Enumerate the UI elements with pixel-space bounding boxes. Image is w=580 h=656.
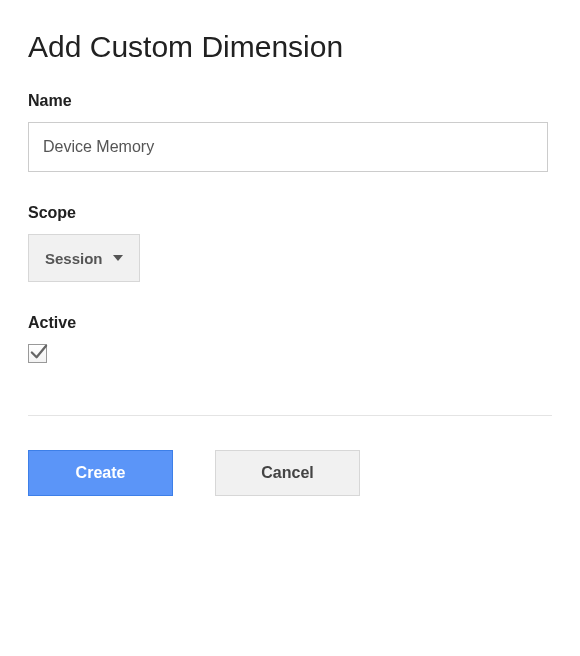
page-title: Add Custom Dimension [28, 30, 552, 64]
scope-field-group: Scope Session [28, 204, 552, 282]
cancel-button[interactable]: Cancel [215, 450, 360, 496]
scope-dropdown[interactable]: Session [28, 234, 140, 282]
caret-down-icon [113, 255, 123, 261]
scope-label: Scope [28, 204, 552, 222]
name-label: Name [28, 92, 552, 110]
button-row: Create Cancel [28, 450, 552, 496]
scope-selected-value: Session [45, 250, 103, 267]
checkmark-icon [29, 343, 48, 362]
active-label: Active [28, 314, 552, 332]
name-input[interactable] [28, 122, 548, 172]
divider [28, 415, 552, 416]
create-button[interactable]: Create [28, 450, 173, 496]
active-field-group: Active [28, 314, 552, 367]
name-field-group: Name [28, 92, 552, 172]
active-checkbox[interactable] [28, 344, 47, 363]
